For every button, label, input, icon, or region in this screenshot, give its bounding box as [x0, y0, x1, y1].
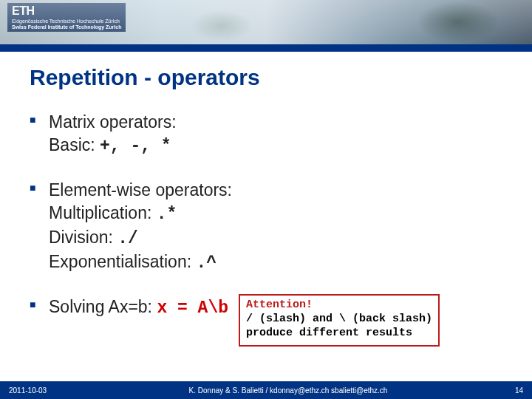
attention-header: Attention!: [246, 299, 432, 313]
attention-line2: produce different results: [246, 327, 432, 341]
matrix-label: Matrix operators:: [49, 112, 177, 132]
matrix-basic-label: Basic:: [49, 135, 95, 154]
eth-logo-text: ETH: [12, 4, 35, 17]
elem-mult-label: Multiplication:: [49, 203, 151, 222]
elem-div-label: Division:: [49, 228, 113, 247]
elem-exp-op: .^: [196, 253, 216, 273]
elem-exp-label: Exponentialisation:: [49, 252, 191, 271]
bullet-matrix: Matrix operators: Basic: +, -, *: [30, 111, 502, 158]
eth-logo: ETH Eidgenössische Technische Hochschule…: [7, 3, 126, 32]
footer-page: 14: [479, 386, 523, 395]
footer-center: K. Donnay & S. Balietti / kdonnay@ethz.c…: [98, 386, 479, 395]
footer-date: 2011-10-03: [9, 386, 98, 395]
matrix-basic-ops: +, -, *: [100, 137, 171, 156]
attention-box: Attention! / (slash) and \ (back slash) …: [239, 294, 440, 346]
list-item: Matrix operators: Basic: +, -, *: [30, 111, 502, 158]
elem-div-op: ./: [117, 229, 138, 248]
page-title: Repetition - operators: [30, 65, 502, 90]
slide: ETH Eidgenössische Technische Hochschule…: [0, 0, 532, 399]
eth-logo-sub2: Swiss Federal Institute of Technology Zu…: [12, 24, 121, 30]
elem-mult-op: .*: [157, 205, 177, 224]
footer: 2011-10-03 K. Donnay & S. Balietti / kdo…: [0, 381, 532, 399]
list-item: Element-wise operators: Multiplication: …: [30, 179, 502, 275]
bullet-solve: Solving Ax=b: x = A\b: [30, 296, 228, 320]
bullet-elementwise: Element-wise operators: Multiplication: …: [30, 179, 502, 275]
element-label: Element-wise operators:: [49, 180, 232, 200]
attention-line1: / (slash) and \ (back slash): [246, 313, 432, 327]
solve-row: Solving Ax=b: x = A\b Attention! / (slas…: [30, 296, 502, 346]
content: Repetition - operators Matrix operators:…: [0, 52, 532, 347]
solve-label: Solving Ax=b:: [49, 297, 152, 316]
list-item: Solving Ax=b: x = A\b: [30, 296, 228, 320]
header-photo: ETH Eidgenössische Technische Hochschule…: [0, 0, 532, 44]
solve-code: x = A\b: [157, 299, 228, 318]
blue-bar: [0, 44, 532, 52]
eth-logo-sub1: Eidgenössische Technische Hochschule Zür…: [12, 18, 121, 24]
